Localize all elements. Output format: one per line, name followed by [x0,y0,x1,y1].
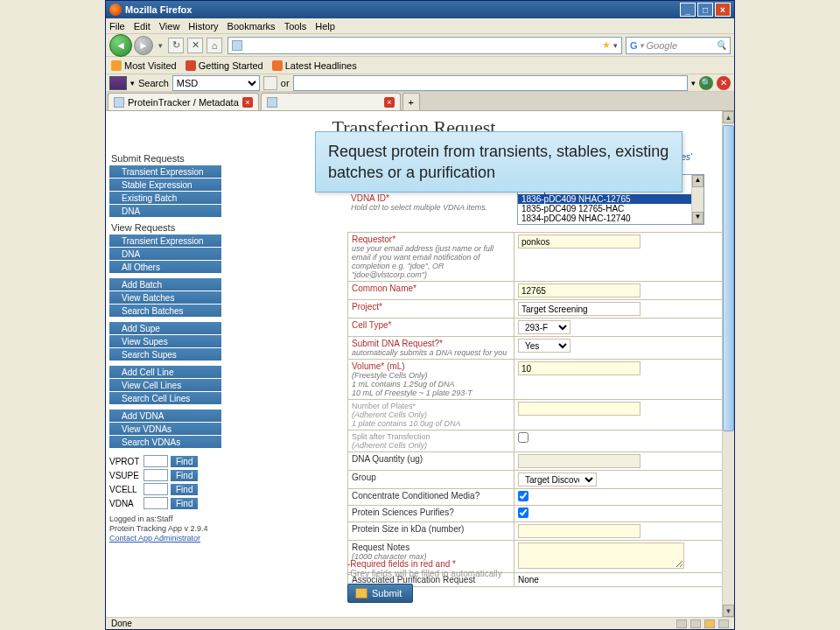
cell-type-select[interactable]: 293-F [518,320,570,334]
back-button[interactable]: ◄ [109,34,132,57]
menu-history[interactable]: History [188,21,218,32]
maximize-button[interactable]: □ [697,3,713,17]
vdna-option[interactable]: 1836-pDC409 NHAC-12765 [518,194,704,204]
sidebar-item[interactable]: View Cell Lines [109,379,221,391]
sidebar-item[interactable]: Transient Expression [109,234,221,247]
favicon-icon [186,60,196,71]
bookmark-most-visited[interactable]: Most Visited [111,60,177,71]
stop-button[interactable]: ✕ [187,38,203,53]
menu-help[interactable]: Help [315,21,335,32]
find-button[interactable]: Find [171,484,198,495]
menubar: File Edit View History Bookmarks Tools H… [106,18,734,34]
secondary-search-go[interactable]: 🔍 [699,76,713,90]
page-scrollbar[interactable]: ▲ ▼ [722,111,734,617]
vdna-id-hint: Hold ctrl to select multiple VDNA items. [351,203,487,212]
finder-label: VSUPE [109,471,141,480]
sidebar-item[interactable]: Search Cell Lines [109,392,221,404]
sidebar-item[interactable]: DNA [109,205,221,217]
plates-input[interactable] [518,402,640,416]
sidebar-item[interactable]: View VDNAs [109,423,221,435]
minimize-button[interactable]: _ [680,3,696,17]
sidebar-item[interactable]: All Others [109,261,221,273]
bookmark-latest-headlines[interactable]: Latest Headlines [272,60,357,71]
sidebar-item[interactable]: View Supes [109,335,221,347]
url-bar[interactable]: ★ ▾ [228,37,622,54]
menu-file[interactable]: File [109,21,125,32]
psp-checkbox[interactable] [518,508,528,518]
sidebar-item[interactable]: DNA [109,248,221,260]
home-button[interactable]: ⌂ [206,38,222,53]
finder-input[interactable] [144,455,168,467]
vdna-option[interactable]: 1835-pDC409 12765-HAC [518,204,704,214]
project-input[interactable] [518,302,640,316]
sidebar-item[interactable]: Add Supe [109,322,221,334]
menu-bookmarks[interactable]: Bookmarks [228,21,276,32]
size-input[interactable] [518,524,640,538]
search-go-icon[interactable]: 🔍 [716,40,726,50]
search-mini-icon[interactable] [263,76,277,90]
history-dropdown-icon[interactable]: ▾ [158,41,163,50]
sidebar-item[interactable]: Transient Expression [109,165,221,178]
sidebar-item[interactable]: Add Batch [109,278,221,290]
contact-admin-link[interactable]: Contact App Administrator [109,534,200,542]
find-button[interactable]: Find [171,498,198,509]
submit-button[interactable]: Submit [347,584,413,603]
concentrate-checkbox[interactable] [518,491,528,501]
bookmarks-toolbar: Most Visited Getting Started Latest Head… [106,57,734,74]
split-checkbox[interactable] [518,432,528,443]
finder-input[interactable] [144,497,168,509]
reload-button[interactable]: ↻ [168,38,184,53]
dna-qty-input[interactable] [518,454,640,468]
tab-blank[interactable]: × [261,93,401,110]
dna-request-select[interactable]: Yes [518,339,570,353]
browser-search-box[interactable]: G ▾ Google 🔍 [626,37,731,54]
firefox-icon [109,4,122,16]
menu-edit[interactable]: Edit [134,21,150,32]
sidebar-item[interactable]: Stable Expression [109,178,221,191]
sidebar-item[interactable]: Search Supes [109,348,221,360]
find-button[interactable]: Find [171,456,198,467]
secondary-toolbar: ▾ Search MSD or ▾ 🔍 ✕ [106,74,734,92]
scroll-up-icon[interactable]: ▲ [723,111,734,123]
bookmark-star-icon[interactable]: ★ [602,39,611,51]
volume-input[interactable] [518,361,640,375]
scroll-down-icon[interactable]: ▼ [723,605,734,617]
sidebar-item[interactable]: Search Batches [109,304,221,317]
notes-textarea[interactable] [518,542,684,569]
dna-request-hint: automatically submits a DNA request for … [352,348,510,357]
requestor-input[interactable] [518,234,640,248]
scroll-down-icon[interactable]: ▼ [692,212,704,224]
url-dropdown-icon[interactable]: ▾ [613,41,618,50]
secondary-search-input[interactable] [293,75,688,91]
sidebar-item[interactable]: View Batches [109,291,221,304]
finder-input[interactable] [144,469,168,481]
menu-view[interactable]: View [159,21,180,32]
status-icon [704,620,715,628]
status-icon [676,620,687,628]
secondary-search-clear[interactable]: ✕ [717,76,731,90]
common-name-input[interactable] [518,284,640,298]
tab-close-button[interactable]: × [242,97,253,108]
tab-proteintracker[interactable]: ProteinTracker / Metadata × [108,93,259,110]
group-select[interactable]: Target Discovery [518,472,597,486]
scroll-thumb[interactable] [723,125,734,431]
toolbar-app-icon[interactable] [109,76,127,90]
sidebar-item[interactable]: Add VDNA [109,410,221,422]
new-tab-button[interactable]: + [402,93,420,110]
sidebar-item[interactable]: Existing Batch [109,192,221,204]
close-window-button[interactable]: × [715,3,731,17]
finder-input[interactable] [144,483,168,495]
forward-button[interactable]: ► [134,36,153,55]
tab-close-button[interactable]: × [384,97,395,108]
vdna-option[interactable]: 1834-pDC409 NHAC-12740 [518,214,704,223]
scroll-up-icon[interactable]: ▲ [692,175,704,187]
search-source-select[interactable]: MSD [172,75,260,91]
bookmark-getting-started[interactable]: Getting Started [186,60,263,71]
sidebar-heading-submit: Submit Requests [111,153,221,164]
dna-request-label: Submit DNA Request?* [352,339,443,348]
window-titlebar: Mozilla Firefox _ □ × [106,1,734,18]
find-button[interactable]: Find [171,470,198,481]
sidebar-item[interactable]: Add Cell Line [109,366,221,378]
menu-tools[interactable]: Tools [284,21,307,32]
sidebar-item[interactable]: Search VDNAs [109,436,221,448]
